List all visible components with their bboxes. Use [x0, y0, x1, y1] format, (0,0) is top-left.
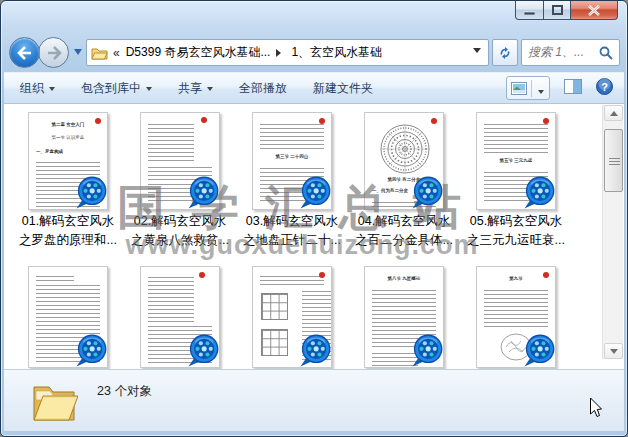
folder-icon [91, 46, 108, 60]
play-overlay-icon[interactable] [74, 334, 107, 367]
thumb-subheading: 一、罗盘构成 [36, 149, 100, 154]
toolbar-play-all[interactable]: 全部播放 [239, 80, 287, 97]
thumb-section: 第八节 九星概论 [372, 276, 436, 281]
address-bar[interactable]: « D5399 奇易玄空风水基础... 1、玄空风水基础 [86, 39, 489, 66]
toolbar-new-folder[interactable]: 新建文件夹 [313, 80, 373, 97]
publisher-logo-icon [543, 118, 549, 124]
toolbar-share[interactable]: 共享 [178, 80, 213, 97]
scroll-thumb[interactable] [604, 129, 623, 192]
breadcrumb-overflow[interactable]: « [113, 46, 120, 60]
breadcrumb-parent[interactable]: D5399 奇易玄空风水基础... [126, 44, 271, 61]
titlebar [515, 1, 618, 20]
thumb-section: 第三节 二十四山 [260, 154, 324, 159]
thumb-section: 第五节 三元九运 [484, 158, 548, 163]
back-arrow-icon [17, 46, 33, 60]
search-input[interactable]: 搜索 1、... [528, 44, 599, 61]
help-icon: ? [596, 78, 613, 95]
file-list: 第二章 玄空入门 第一节 认识罗盘 一、罗盘构成 01.解码玄空风水之罗盘的原理… [4, 104, 624, 369]
forward-button[interactable] [38, 37, 69, 68]
maximize-button[interactable] [544, 1, 571, 20]
luoshu-grid-icon [261, 293, 288, 320]
breadcrumb-separator-icon[interactable] [276, 49, 285, 57]
play-overlay-icon[interactable] [298, 176, 331, 209]
thumb-section: 第一节 认识罗盘 [36, 135, 100, 140]
svg-text:?: ? [601, 80, 608, 92]
explorer-window: « D5399 奇易玄空风水基础... 1、玄空风水基础 搜索 1、... 组织… [0, 0, 628, 437]
refresh-icon [498, 46, 512, 60]
play-overlay-icon[interactable] [186, 176, 219, 209]
play-overlay-icon[interactable] [522, 334, 555, 367]
arrow-up-icon [610, 107, 618, 116]
scroll-up-button[interactable] [604, 105, 623, 121]
cursor-icon [589, 397, 603, 418]
help-button[interactable]: ? [596, 78, 613, 99]
search-box[interactable]: 搜索 1、... [521, 39, 620, 66]
thumb-section: 第九节 [484, 276, 548, 281]
back-button[interactable] [9, 37, 40, 68]
publisher-logo-icon [199, 272, 205, 278]
scrollbar[interactable] [602, 105, 623, 359]
play-overlay-icon[interactable] [410, 334, 443, 367]
toolbar-include-library[interactable]: 包含到库中 [81, 80, 152, 97]
close-button[interactable] [571, 1, 618, 20]
chevron-down-icon [207, 87, 213, 94]
close-icon [588, 5, 600, 16]
chevron-down-icon [146, 87, 152, 94]
luoshu-grid-icon [261, 329, 288, 356]
address-dropdown-icon[interactable] [473, 48, 481, 57]
play-overlay-icon[interactable] [298, 334, 331, 367]
breadcrumb-current[interactable]: 1、玄空风水基础 [291, 44, 382, 61]
views-button[interactable] [506, 76, 550, 100]
thumb-chapter: 第二章 玄空入门 [36, 122, 100, 127]
toolbar-organize[interactable]: 组织 [20, 80, 55, 97]
scroll-down-button[interactable] [604, 343, 623, 359]
publisher-logo-icon [431, 118, 437, 124]
folder-icon [30, 377, 78, 423]
chevron-down-icon [49, 87, 55, 94]
maximize-icon [552, 5, 563, 15]
magnifier-icon[interactable] [599, 46, 613, 60]
recent-pages-dropdown-icon[interactable] [74, 49, 82, 59]
preview-pane-icon [564, 79, 582, 94]
arrow-down-icon [610, 349, 618, 358]
scroll-grip-icon [609, 158, 620, 166]
publisher-logo-icon [319, 118, 325, 124]
views-icon[interactable] [507, 82, 531, 95]
publisher-logo-icon [201, 117, 207, 123]
views-dropdown-icon[interactable] [531, 80, 549, 97]
play-overlay-icon[interactable] [522, 176, 555, 209]
minimize-button[interactable] [515, 1, 544, 20]
publisher-logo-icon [319, 272, 325, 278]
item-count: 23 个对象 [97, 383, 152, 400]
preview-pane-button[interactable] [564, 79, 582, 98]
details-pane: 23 个对象 [4, 369, 624, 431]
play-overlay-icon[interactable] [186, 334, 219, 367]
watermark-url: www.guoxuehuizong.com [4, 230, 600, 261]
luopan-compass-icon [372, 123, 438, 175]
play-overlay-icon[interactable] [74, 176, 107, 209]
minimize-icon [524, 6, 535, 15]
refresh-button[interactable] [492, 39, 518, 66]
forward-arrow-icon [46, 46, 62, 60]
play-overlay-icon[interactable] [410, 176, 443, 209]
